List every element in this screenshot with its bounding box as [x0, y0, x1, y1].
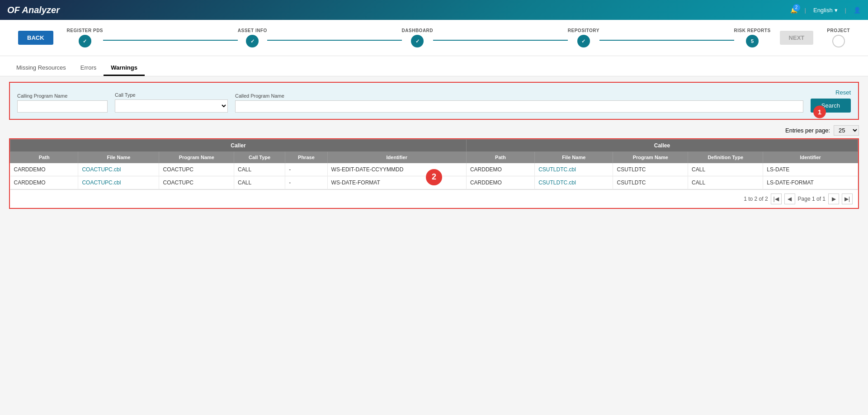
row1-callee-program: CSUTLDTC [613, 163, 688, 176]
called-program-name-field: Called Program Name 1 [235, 93, 803, 113]
notification-badge: 2 [793, 4, 800, 11]
col-caller-program: Program Name [159, 152, 234, 163]
filter-row: Calling Program Name Call Type CALL Call… [17, 89, 851, 113]
page-prev-button[interactable]: ◀ [784, 193, 795, 204]
step-risk-reports: RISK REPORTS 5 [734, 28, 771, 47]
step-line-1 [103, 40, 238, 41]
row2-callee-deftype: CALL [688, 176, 763, 189]
reset-button[interactable]: Reset [835, 89, 851, 96]
called-program-name-label: Called Program Name [235, 93, 803, 99]
row2-callee-path: CARDDEMO [466, 176, 534, 189]
step-circle-repository[interactable]: ✓ [577, 35, 590, 47]
tabs-container: Missing Resources Errors Warnings [9, 61, 859, 76]
col-callee-deftype: Definition Type [688, 152, 763, 163]
step-line-4 [599, 40, 734, 41]
row2-caller-filename: COACTUPC.cbl [78, 176, 159, 189]
step-circle-asset-info[interactable]: ✓ [246, 35, 259, 47]
row1-caller-identifier: WS-EDIT-DATE-CCYYMMDD [327, 163, 466, 176]
col-caller-path: Path [10, 152, 78, 163]
tab-missing-resources[interactable]: Missing Resources [9, 61, 73, 76]
step-label-project: PROJECT [827, 28, 850, 33]
col-caller-phrase: Phrase [285, 152, 327, 163]
col-header-row: Path File Name Program Name Call Type Ph… [10, 152, 858, 163]
page-first-button[interactable]: |◀ [771, 193, 782, 204]
row2-caller-calltype: CALL [234, 176, 285, 189]
group-callee: Callee [466, 140, 858, 152]
steps-container: REGISTER PDS ✓ ASSET INFO ✓ DASHBOARD ✓ … [67, 28, 771, 47]
next-button: NEXT [780, 31, 814, 45]
table-badge-2: 2 [426, 169, 442, 185]
tab-errors[interactable]: Errors [73, 61, 104, 76]
row2-caller-identifier: WS-DATE-FORMAT [327, 176, 466, 189]
group-caller: Caller [10, 140, 467, 152]
col-callee-program: Program Name [613, 152, 688, 163]
step-label-register-pds: REGISTER PDS [67, 28, 103, 33]
chevron-down-icon: ▾ [835, 7, 838, 14]
step-label-repository: REPOSITORY [568, 28, 599, 33]
calling-program-name-input[interactable] [17, 100, 108, 113]
row2-callee-filename-link[interactable]: CSUTLDTC.cbl [538, 179, 576, 186]
row1-callee-deftype: CALL [688, 163, 763, 176]
header-divider1: | [805, 7, 806, 14]
tab-warnings[interactable]: Warnings [104, 61, 145, 76]
language-selector[interactable]: English ▾ [813, 7, 838, 14]
col-callee-filename: File Name [535, 152, 613, 163]
step-asset-info: ASSET INFO ✓ [238, 28, 267, 47]
row1-callee-filename-link[interactable]: CSUTLDTC.cbl [538, 166, 576, 173]
step-circle-register-pds[interactable]: ✓ [79, 35, 91, 47]
col-caller-identifier: Identifier [327, 152, 466, 163]
page-last-button[interactable]: ▶| [842, 193, 853, 204]
back-button[interactable]: BACK [18, 31, 53, 45]
step-dashboard: DASHBOARD ✓ [402, 28, 434, 47]
step-circle-risk-reports[interactable]: 5 [746, 35, 759, 47]
entries-label: Entries per page: [785, 127, 830, 134]
entries-per-page-select[interactable]: 10 25 50 100 [834, 125, 859, 136]
call-type-select[interactable]: CALL [115, 99, 228, 113]
main-content: Calling Program Name Call Type CALL Call… [0, 76, 868, 214]
col-caller-filename: File Name [78, 152, 159, 163]
step-line-2 [267, 40, 402, 41]
row1-caller-filename-link[interactable]: COACTUPC.cbl [82, 166, 121, 173]
step-circle-dashboard[interactable]: ✓ [411, 35, 424, 47]
row1-callee-path: CARDDEMO [466, 163, 534, 176]
step-label-risk-reports: RISK REPORTS [734, 28, 771, 33]
user-icon[interactable]: 👤 [854, 7, 861, 14]
row1-callee-identifier: LS-DATE [763, 163, 858, 176]
called-program-name-input[interactable] [235, 100, 803, 113]
row2-caller-path: CARDDEMO [10, 176, 78, 189]
row2-callee-identifier: LS-DATE-FORMAT [763, 176, 858, 189]
call-type-label: Call Type [115, 92, 228, 98]
tabs-area: Missing Resources Errors Warnings [0, 56, 868, 76]
row2-caller-program: COACTUPC [159, 176, 234, 189]
col-caller-calltype: Call Type [234, 152, 285, 163]
app-logo: OF Analyzer [7, 5, 60, 15]
calling-program-name-label: Calling Program Name [17, 93, 108, 99]
step-label-asset-info: ASSET INFO [238, 28, 267, 33]
row1-caller-program: COACTUPC [159, 163, 234, 176]
step-register-pds: REGISTER PDS ✓ [67, 28, 103, 47]
group-header-row: Caller Callee [10, 140, 858, 152]
table-section: Caller Callee Path File Name Program Nam… [9, 138, 859, 209]
header-right: 🔔 2 | English ▾ | 👤 [790, 7, 861, 14]
row1-caller-calltype: CALL [234, 163, 285, 176]
col-callee-path: Path [466, 152, 534, 163]
page-next-button[interactable]: ▶ [828, 193, 839, 204]
filter-section: Calling Program Name Call Type CALL Call… [9, 82, 859, 120]
step-project: PROJECT [827, 28, 850, 47]
header: OF Analyzer 🔔 2 | English ▾ | 👤 [0, 0, 868, 20]
step-label-dashboard: DASHBOARD [402, 28, 434, 33]
pagination-row: 1 to 2 of 2 |◀ ◀ Page 1 of 1 ▶ ▶| [10, 189, 858, 208]
call-type-field: Call Type CALL [115, 92, 228, 113]
step-repository: REPOSITORY ✓ [568, 28, 599, 47]
stepper-area: BACK REGISTER PDS ✓ ASSET INFO ✓ DASHBOA… [0, 20, 868, 56]
row1-caller-path: CARDDEMO [10, 163, 78, 176]
entries-row: Entries per page: 10 25 50 100 [9, 125, 859, 136]
step-circle-project[interactable] [832, 35, 845, 47]
row2-caller-filename-link[interactable]: COACTUPC.cbl [82, 179, 121, 186]
step-line-3 [433, 40, 568, 41]
row2-callee-program: CSUTLDTC [613, 176, 688, 189]
language-label: English [813, 7, 833, 14]
bell-icon[interactable]: 🔔 2 [790, 7, 797, 14]
col-callee-identifier: Identifier [763, 152, 858, 163]
pagination-page: Page 1 of 1 [798, 196, 826, 202]
